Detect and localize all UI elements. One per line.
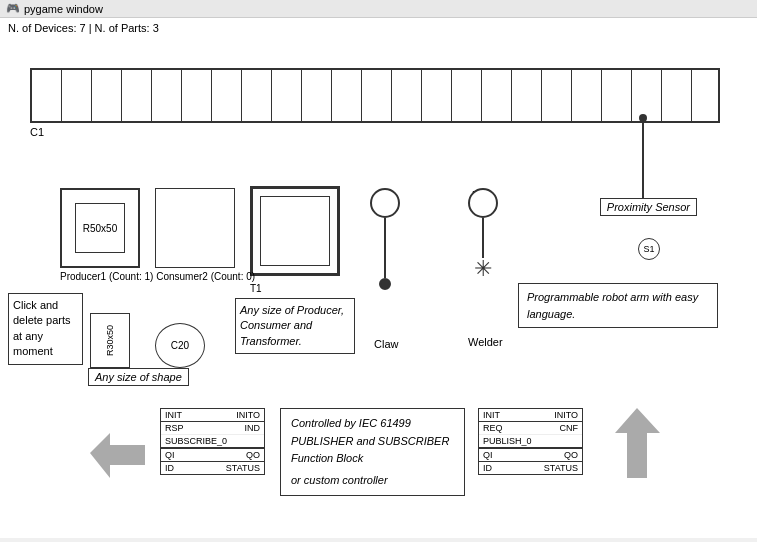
subscriber-title: INIT INITO	[479, 409, 582, 422]
welder-spark: ✳	[474, 258, 492, 280]
publisher-subscribe-row: SUBSCRIBE_0	[161, 435, 264, 448]
subscriber-bottom2: ID STATUS	[479, 461, 582, 474]
device-count: N. of Devices: 7 | N. of Parts: 3	[8, 22, 159, 34]
proximity-sensor-label: Proximity Sensor	[600, 198, 697, 216]
claw[interactable]	[370, 188, 400, 290]
publisher-title: INIT INITO	[161, 409, 264, 422]
publisher-block[interactable]: INIT INITO RSP IND SUBSCRIBE_0 QI QO ID …	[160, 408, 265, 475]
sensor-dot	[639, 114, 647, 122]
publisher-bottom2: ID STATUS	[161, 461, 264, 474]
claw-line	[384, 218, 386, 278]
producer-consumer-label: Producer1 (Count: 1) Consumer2 (Count: 0…	[60, 271, 255, 282]
controller-label: Controlled by IEC 61499 PUBLISHER and SU…	[280, 408, 465, 496]
right-up-arrow	[605, 408, 670, 480]
svg-marker-1	[615, 408, 660, 478]
subscriber-block[interactable]: INIT INITO REQ CNF PUBLISH_0 QI QO ID ST…	[478, 408, 583, 475]
subscriber-publish-row: PUBLISH_0	[479, 435, 582, 448]
welder-line	[482, 218, 484, 258]
claw-label: Claw	[374, 338, 398, 350]
click-delete-box: Click and delete parts at any moment	[8, 293, 83, 365]
sensor-circle: S1	[638, 238, 660, 260]
publisher-bottom1: QI QO	[161, 448, 264, 461]
transformer-label: T1	[250, 283, 262, 294]
titlebar-title: pygame window	[24, 3, 103, 15]
titlebar: 🎮 pygame window	[0, 0, 757, 18]
welder-top-circle	[468, 188, 498, 218]
claw-bottom-circle	[379, 278, 391, 290]
robot-arm-label: Programmable robot arm with easy languag…	[518, 283, 718, 328]
titlebar-icon: 🎮	[6, 2, 20, 15]
left-turn-arrow	[90, 413, 145, 480]
small-consumer[interactable]: C20	[155, 323, 205, 368]
subscriber-bottom1: QI QO	[479, 448, 582, 461]
main-area: N. of Devices: 7 | N. of Parts: 3 Any si…	[0, 18, 757, 538]
publisher-row1: RSP IND	[161, 422, 264, 435]
conveyor	[30, 68, 720, 123]
claw-top-circle	[370, 188, 400, 218]
producer-inner: R50x50	[75, 203, 125, 253]
consumer-box[interactable]	[155, 188, 235, 268]
welder[interactable]: ✳	[468, 188, 498, 280]
small-producer[interactable]: R30x50	[90, 313, 130, 368]
svg-marker-0	[90, 433, 145, 478]
anysize-label: Any size of Producer, Consumer and Trans…	[235, 298, 355, 354]
subscriber-row1: REQ CNF	[479, 422, 582, 435]
welder-label: Welder	[468, 336, 503, 348]
conveyor-label: C1	[30, 126, 44, 138]
any-size-shape: Any size of shape	[88, 368, 189, 386]
transformer-inner	[260, 196, 330, 266]
sensor-line	[642, 122, 644, 200]
